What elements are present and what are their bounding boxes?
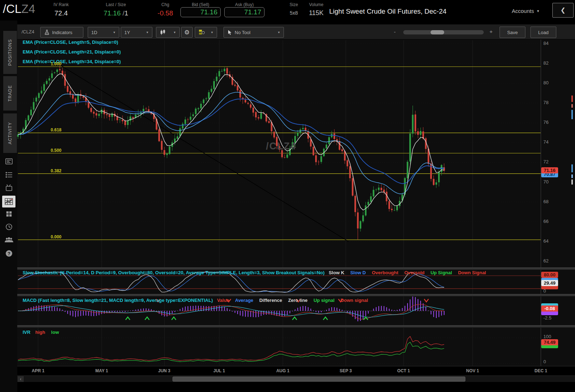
size-value: 5x8 [284,10,304,16]
watchlist-icon [5,171,13,179]
time-axis-label: SEP 3 [340,368,352,373]
last-size-qty: 1 [124,9,128,17]
time-axis-label: JUL 1 [213,368,225,373]
range-dropdown[interactable]: 1Y ▼ [121,27,152,38]
stoch-legend-oversold[interactable]: Oversold [404,270,424,275]
ema34-study-label[interactable]: EMA (Price=CLOSE, Length=34, Displace=0) [23,59,121,64]
stoch-legend-slowk[interactable]: Slow K [329,270,344,275]
ivr-legend-low[interactable]: low [51,330,59,335]
time-axis-label: JUN 3 [158,368,170,373]
indicators-button[interactable]: Indicators [40,27,83,38]
sidebar-button-apps[interactable] [4,209,14,219]
macd-legend-value[interactable]: Value [217,298,229,303]
apps-grid-icon [5,210,13,218]
panel-divider[interactable] [17,267,575,270]
fib-label: 0.500 [51,148,61,153]
last-size-label: Last / Size [93,2,138,7]
macd-legend: MACD (Fast length=8, Slow length=21, MAC… [23,298,540,303]
stoch-legend-upsignal[interactable]: Up Signal [431,270,452,275]
time-axis-label: NOV 1 [466,368,479,373]
svg-text:?: ? [8,251,10,256]
toolbar-symbol-label[interactable]: /CLZ4 [22,29,34,34]
macd-legend-upsignal[interactable]: Up signal [313,298,335,303]
last-size-value: 71.16 /1 [93,9,138,17]
load-button[interactable]: Load [530,27,556,38]
indicators-flask-icon [44,29,50,36]
left-sidebar: POSITIONS TRADE ACTIVITY [0,20,17,392]
symbol-title: /CLZ4 [3,2,35,16]
ema5-study-label[interactable]: EMA (Price=CLOSE, Length=5, Displace=0) [23,39,118,45]
ivr-title[interactable]: IVR [23,330,31,335]
time-axis-label: DEC 1 [534,368,547,373]
stoch-legend: Slow Stochastic (K Period=14, D Period=9… [23,270,540,275]
zoom-slider-thumb[interactable] [431,30,444,34]
macd-legend-difference[interactable]: Difference [259,298,282,303]
macd-value-badge: -0.08 [541,305,558,312]
time-axis-label: OCT 1 [397,368,410,373]
sidebar-tab-positions[interactable]: POSITIONS [3,31,17,74]
fib-label: 0.000 [51,234,61,239]
chart-settings-button[interactable]: ⚙ [181,27,193,38]
accounts-menu[interactable]: Accounts ▼ [512,8,540,14]
bid-button[interactable]: 71.16 [180,7,221,17]
ema21-study-label[interactable]: EMA (Price=CLOSE, Length=21, Displace=0) [23,49,121,55]
macd-legend-zeroline[interactable]: Zero line [288,298,308,303]
sidebar-button-community[interactable] [4,235,14,244]
header-bar: /CLZ4 IV Rank 72.4 Last / Size 71.16 /1 … [0,0,575,20]
price-tick-label: 62 [543,258,548,263]
trading-platform-window: /CLZ4 IV Rank 72.4 Last / Size 71.16 /1 … [0,0,575,392]
chart-type-dropdown[interactable]: ▼ [156,27,180,38]
ask-button[interactable]: 71.17 [224,7,264,17]
macd-legend-average[interactable]: Average [235,298,253,303]
sidebar-tab-activity-label: ACTIVITY [8,122,13,144]
chart-toolbar: /CLZ4 Indicators 1D ▼ 1Y ▼ ▼ ⚙ [17,24,575,39]
timeframe-dropdown[interactable]: 1D ▼ [88,27,119,38]
sidebar-button-help[interactable]: ? [4,249,14,258]
stoch-legend-overbought[interactable]: Overbought [372,270,399,275]
axis-marker [571,110,573,119]
collapse-panel-button[interactable]: ❮ [552,3,574,18]
stoch-overbought-badge: 80.00 [541,272,558,278]
stoch-slowk-badge: 29.49 [541,280,558,286]
h-scrollbar-track[interactable]: ‹ [17,375,575,382]
chevron-down-icon: ▼ [208,31,213,34]
stoch-legend-downsignal[interactable]: Down Signal [458,270,486,275]
active-tool-dropdown[interactable]: No Tool ▼ [224,27,284,38]
sidebar-button-history[interactable] [4,222,14,232]
price-tick-label: 64 [543,238,548,244]
price-tick-label: 82 [543,60,548,66]
sidebar-button-news[interactable] [4,157,14,166]
macd-legend-downsignal[interactable]: Down signal [341,298,368,303]
macd-axis-min: -2.5 [543,315,551,321]
drawings-dropdown[interactable]: ▼ [195,27,217,38]
price-tick-label: 72 [543,159,548,164]
iv-rank-value: 72.4 [45,9,77,17]
scroll-left-button[interactable]: ‹ [18,376,24,382]
sidebar-button-chart[interactable] [2,196,15,207]
sidebar-button-watchlist[interactable] [4,170,14,179]
range-value: 1Y [124,30,130,35]
macd-param-label[interactable]: MACD (Fast length=8, Slow length=21, MAC… [23,298,213,303]
ivr-legend-high[interactable]: high [35,330,45,335]
panel-divider[interactable] [17,294,575,297]
sidebar-tab-activity[interactable]: ACTIVITY [3,113,17,153]
stoch-axis-zero: 0 [543,288,546,294]
sidebar-tab-trade[interactable]: TRADE [3,76,17,111]
drawings-icon [198,29,205,36]
stoch-param-label[interactable]: Slow Stochastic (K Period=14, D Period=9… [23,270,325,275]
last-price-badge: 71.16 [541,167,558,173]
zoom-out-label[interactable]: - [394,29,396,35]
save-button[interactable]: Save [500,27,525,38]
bid-value: 71.16 [200,8,217,16]
chart-canvas[interactable] [18,39,541,366]
stoch-legend-slowd[interactable]: Slow D [350,270,366,275]
time-axis-label: MAY 1 [95,368,108,373]
sidebar-button-tv[interactable] [4,183,14,192]
price-tick-label: 84 [543,41,548,46]
axis-marker [571,174,573,178]
price-tick-label: 74 [543,139,548,145]
zoom-in-label[interactable]: + [489,28,493,34]
axis-marker [571,95,573,102]
panel-divider[interactable] [17,325,575,328]
h-scrollbar-thumb[interactable] [172,377,465,382]
